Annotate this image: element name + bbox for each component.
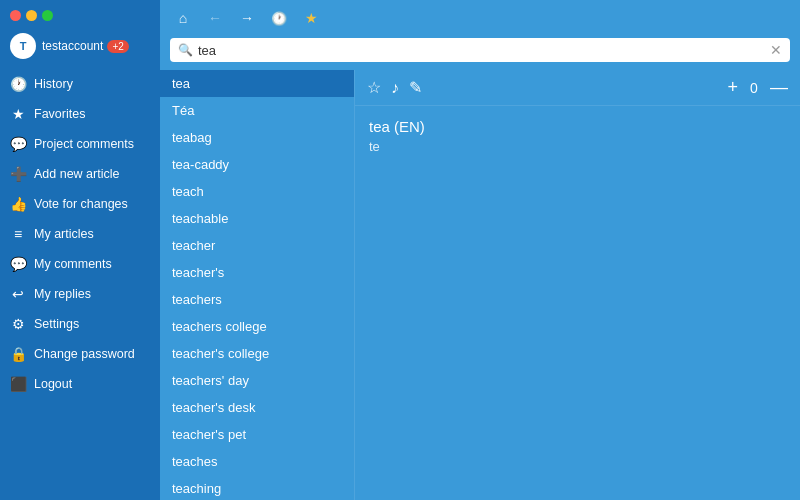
sidebar-label-my-replies: My replies bbox=[34, 287, 91, 301]
word-item[interactable]: teacher's pet bbox=[160, 421, 354, 448]
word-item[interactable]: teabag bbox=[160, 124, 354, 151]
sidebar-label-vote-for-changes: Vote for changes bbox=[34, 197, 128, 211]
word-item[interactable]: teaches bbox=[160, 448, 354, 475]
sidebar: T testaccount +2 🕐History★Favorites💬Proj… bbox=[0, 0, 160, 500]
sidebar-icon-history: 🕐 bbox=[10, 76, 26, 92]
counter-value: 0 bbox=[746, 80, 762, 96]
sidebar-icon-change-password: 🔒 bbox=[10, 346, 26, 362]
word-item[interactable]: tea bbox=[160, 70, 354, 97]
word-item[interactable]: teaching bbox=[160, 475, 354, 500]
home-button[interactable]: ⌂ bbox=[170, 5, 196, 31]
sidebar-item-my-comments[interactable]: 💬My comments bbox=[0, 249, 160, 279]
detail-panel: ☆ ♪ ✎ + 0 — tea (EN) te bbox=[355, 70, 800, 500]
sidebar-label-logout: Logout bbox=[34, 377, 72, 391]
search-input[interactable] bbox=[198, 43, 770, 58]
search-bar: 🔍 ✕ bbox=[160, 36, 800, 70]
traffic-light-green[interactable] bbox=[42, 10, 53, 21]
sidebar-icon-my-comments: 💬 bbox=[10, 256, 26, 272]
decrement-button[interactable]: — bbox=[770, 77, 788, 98]
word-item[interactable]: tea-caddy bbox=[160, 151, 354, 178]
back-button[interactable]: ← bbox=[202, 5, 228, 31]
sidebar-icon-add-new-article: ➕ bbox=[10, 166, 26, 182]
sidebar-item-logout[interactable]: ⬛Logout bbox=[0, 369, 160, 399]
detail-content: tea (EN) te bbox=[355, 106, 800, 500]
toolbar: ⌂ ← → 🕐 ★ bbox=[160, 0, 800, 36]
sidebar-icon-my-articles: ≡ bbox=[10, 226, 26, 242]
star-button[interactable]: ☆ bbox=[367, 78, 381, 97]
detail-title: tea (EN) bbox=[369, 118, 786, 135]
main-panel: ⌂ ← → 🕐 ★ 🔍 ✕ teaTéateabagtea-caddyteach… bbox=[160, 0, 800, 500]
sidebar-item-my-replies[interactable]: ↩My replies bbox=[0, 279, 160, 309]
word-list: teaTéateabagtea-caddyteachteachableteach… bbox=[160, 70, 355, 500]
sidebar-icon-settings: ⚙ bbox=[10, 316, 26, 332]
audio-button[interactable]: ♪ bbox=[391, 79, 399, 97]
sidebar-item-project-comments[interactable]: 💬Project comments bbox=[0, 129, 160, 159]
traffic-light-yellow[interactable] bbox=[26, 10, 37, 21]
counter-area: + 0 — bbox=[727, 77, 788, 98]
sidebar-label-my-articles: My articles bbox=[34, 227, 94, 241]
search-clear-button[interactable]: ✕ bbox=[770, 42, 782, 58]
sidebar-label-project-comments: Project comments bbox=[34, 137, 134, 151]
sidebar-label-favorites: Favorites bbox=[34, 107, 85, 121]
word-item[interactable]: teacher bbox=[160, 232, 354, 259]
sidebar-item-change-password[interactable]: 🔒Change password bbox=[0, 339, 160, 369]
sidebar-item-history[interactable]: 🕐History bbox=[0, 69, 160, 99]
forward-button[interactable]: → bbox=[234, 5, 260, 31]
sidebar-item-add-new-article[interactable]: ➕Add new article bbox=[0, 159, 160, 189]
word-item[interactable]: teach bbox=[160, 178, 354, 205]
sidebar-label-history: History bbox=[34, 77, 73, 91]
word-item[interactable]: teachable bbox=[160, 205, 354, 232]
word-item[interactable]: teachers' day bbox=[160, 367, 354, 394]
history-button[interactable]: 🕐 bbox=[266, 5, 292, 31]
word-item[interactable]: teachers college bbox=[160, 313, 354, 340]
detail-toolbar: ☆ ♪ ✎ + 0 — bbox=[355, 70, 800, 106]
user-info: testaccount +2 bbox=[42, 39, 129, 53]
word-item[interactable]: teacher's college bbox=[160, 340, 354, 367]
sidebar-label-settings: Settings bbox=[34, 317, 79, 331]
favorites-button[interactable]: ★ bbox=[298, 5, 324, 31]
content-area: teaTéateabagtea-caddyteachteachableteach… bbox=[160, 70, 800, 500]
avatar: T bbox=[10, 33, 36, 59]
sidebar-items: 🕐History★Favorites💬Project comments➕Add … bbox=[0, 69, 160, 399]
user-row: T testaccount +2 bbox=[0, 29, 160, 69]
sidebar-label-add-new-article: Add new article bbox=[34, 167, 119, 181]
sidebar-label-change-password: Change password bbox=[34, 347, 135, 361]
sidebar-icon-my-replies: ↩ bbox=[10, 286, 26, 302]
sidebar-label-my-comments: My comments bbox=[34, 257, 112, 271]
username: testaccount bbox=[42, 39, 103, 53]
sidebar-icon-vote-for-changes: 👍 bbox=[10, 196, 26, 212]
traffic-light-red[interactable] bbox=[10, 10, 21, 21]
increment-button[interactable]: + bbox=[727, 77, 738, 98]
sidebar-item-favorites[interactable]: ★Favorites bbox=[0, 99, 160, 129]
word-item[interactable]: teacher's bbox=[160, 259, 354, 286]
sidebar-item-settings[interactable]: ⚙Settings bbox=[0, 309, 160, 339]
word-item[interactable]: Téa bbox=[160, 97, 354, 124]
traffic-lights bbox=[0, 6, 160, 29]
sidebar-item-my-articles[interactable]: ≡My articles bbox=[0, 219, 160, 249]
detail-subtitle: te bbox=[369, 139, 786, 154]
sidebar-icon-project-comments: 💬 bbox=[10, 136, 26, 152]
user-badge: +2 bbox=[107, 40, 128, 53]
sidebar-icon-favorites: ★ bbox=[10, 106, 26, 122]
edit-button[interactable]: ✎ bbox=[409, 78, 422, 97]
sidebar-item-vote-for-changes[interactable]: 👍Vote for changes bbox=[0, 189, 160, 219]
search-icon: 🔍 bbox=[178, 43, 193, 57]
sidebar-icon-logout: ⬛ bbox=[10, 376, 26, 392]
word-item[interactable]: teacher's desk bbox=[160, 394, 354, 421]
word-item[interactable]: teachers bbox=[160, 286, 354, 313]
search-container: 🔍 ✕ bbox=[170, 38, 790, 62]
